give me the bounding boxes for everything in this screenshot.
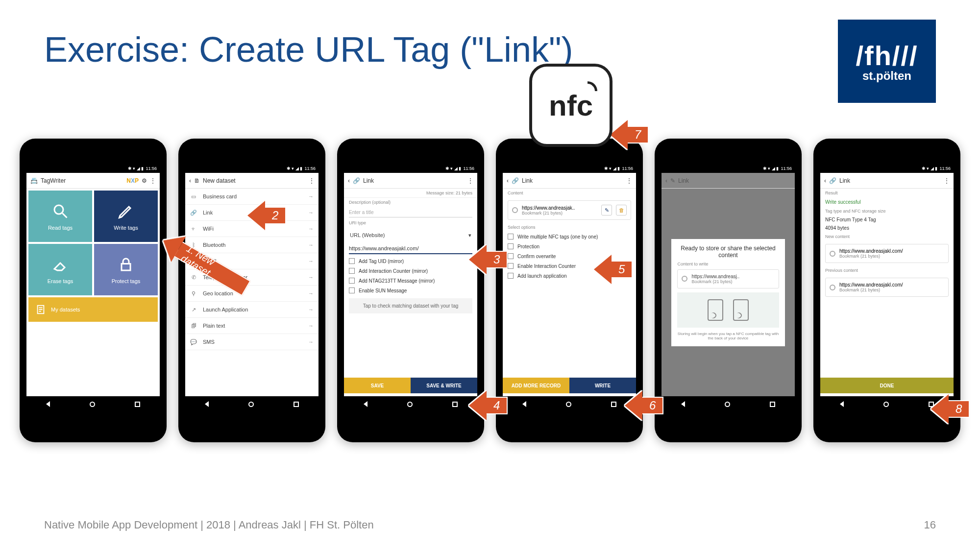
screen-title: Link xyxy=(522,177,533,184)
recents-icon[interactable] xyxy=(611,402,616,407)
modal-scrim[interactable]: Ready to store or share the selected con… xyxy=(662,189,795,396)
overflow-icon[interactable]: ⋮ xyxy=(150,177,156,184)
home-icon[interactable] xyxy=(248,402,254,407)
home-icon[interactable] xyxy=(725,402,730,407)
tile-protect-tags[interactable]: Protect tags xyxy=(94,244,158,295)
new-content-card: https://www.andreasjakl.com/Bookmark (21… xyxy=(825,244,949,263)
home-icon[interactable] xyxy=(407,402,413,407)
row-launch-app[interactable]: ↗Launch Application→ xyxy=(185,302,318,318)
back-chevron-icon: ‹ xyxy=(665,177,667,184)
dropdown-value: URL (Website) xyxy=(350,232,385,239)
link-icon: 🔗 xyxy=(829,177,836,184)
recents-icon[interactable] xyxy=(135,402,140,407)
desc-label: Description (optional) xyxy=(344,198,477,207)
home-icon[interactable] xyxy=(90,402,95,407)
chevron-right-icon: → xyxy=(308,339,314,345)
tile-read-tags[interactable]: Read tags xyxy=(28,191,92,242)
overflow-icon[interactable]: ⋮ xyxy=(944,177,950,184)
back-icon[interactable] xyxy=(681,401,685,407)
back-chevron-icon[interactable]: ‹ xyxy=(348,177,350,184)
back-icon[interactable] xyxy=(205,401,209,407)
pencil-icon xyxy=(117,202,135,220)
url-input[interactable]: https://www.andreasjakl.com/ xyxy=(349,243,472,254)
overflow-icon[interactable]: ⋮ xyxy=(309,177,315,184)
dialog-title: Ready to store or share the selected con… xyxy=(677,245,779,259)
hint-box[interactable]: Tap to check matching dataset with your … xyxy=(349,298,472,313)
checkbox-label: Add Tag UID (mirror) xyxy=(359,259,404,264)
chevron-right-icon: → xyxy=(308,210,314,216)
overflow-icon[interactable]: ⋮ xyxy=(626,177,632,184)
bookmark-card[interactable]: https://www.andreasjak.. Bookmark (21 by… xyxy=(508,200,631,220)
screen-title: New dataset xyxy=(203,177,236,184)
chevron-right-icon: → xyxy=(308,290,314,296)
nxp-logo: NXP xyxy=(126,177,139,184)
opt-write-multiple[interactable]: Write multiple NFC tags (one by one) xyxy=(503,232,636,241)
slide-footer: Native Mobile App Development | 2018 | A… xyxy=(44,519,374,531)
back-icon[interactable] xyxy=(364,401,368,407)
save-write-button[interactable]: SAVE & WRITE xyxy=(411,378,477,393)
home-icon[interactable] xyxy=(883,402,889,407)
tile-my-datasets[interactable]: My datasets xyxy=(28,297,158,322)
device-illustration xyxy=(677,292,779,328)
phone-back-icon xyxy=(733,299,749,321)
callout-label: 6 xyxy=(649,399,656,412)
fh-logo-sub: st.pölten xyxy=(862,69,911,83)
save-button[interactable]: SAVE xyxy=(344,378,411,393)
back-chevron-icon[interactable]: ‹ xyxy=(189,177,191,184)
app-bar: 📇 TagWriter NXP ⚙ ⋮ xyxy=(26,173,160,189)
phone-3: ✱ ▾ ◢ ▮ 11:56 ‹ 🔗 Link ⋮ Message size: 2… xyxy=(337,139,484,442)
back-icon[interactable] xyxy=(46,401,50,407)
text-icon: 🗐 xyxy=(190,323,197,329)
back-chevron-icon[interactable]: ‹ xyxy=(824,177,826,184)
recents-icon[interactable] xyxy=(452,402,458,407)
check-sun-message[interactable]: Enable SUN Message xyxy=(344,286,477,295)
checkbox-icon xyxy=(508,234,514,240)
row-plain-text[interactable]: 🗐Plain text→ xyxy=(185,318,318,334)
status-bar: ✱ ▾ ◢ ▮ 11:56 xyxy=(26,164,160,173)
row-geo[interactable]: ⚲Geo location→ xyxy=(185,286,318,302)
svg-point-0 xyxy=(54,205,63,214)
opt-protection[interactable]: Protection xyxy=(503,241,636,251)
tile-label: Read tags xyxy=(48,225,73,231)
back-icon[interactable] xyxy=(840,401,844,407)
back-chevron-icon[interactable]: ‹ xyxy=(507,177,509,184)
chevron-right-icon: → xyxy=(308,242,314,248)
check-add-uid[interactable]: Add Tag UID (mirror) xyxy=(344,256,477,266)
delete-icon[interactable]: 🗑 xyxy=(616,205,627,216)
nfc-label: nfc xyxy=(549,89,593,122)
uri-type-dropdown[interactable]: URL (Website)▾ xyxy=(349,229,472,241)
bookmark-sub: Bookmark (21 bytes) xyxy=(522,211,597,216)
recents-icon[interactable] xyxy=(294,402,299,407)
edit-icon[interactable]: ✎ xyxy=(601,205,612,216)
checkbox-label: Write multiple NFC tags (one by one) xyxy=(517,234,598,240)
radio-icon xyxy=(512,207,518,213)
tile-erase-tags[interactable]: Erase tags xyxy=(28,244,92,295)
recents-icon[interactable] xyxy=(770,402,775,407)
app-title: TagWriter xyxy=(41,177,66,184)
sms-icon: 💬 xyxy=(190,339,197,345)
link-icon: 🔗 xyxy=(353,177,360,184)
check-interaction-counter[interactable]: Add Interaction Counter (mirror) xyxy=(344,266,477,276)
chevron-down-icon: ▾ xyxy=(468,232,471,239)
gear-icon[interactable]: ⚙ xyxy=(142,177,147,184)
fh-logo-main: /fh/// xyxy=(856,40,918,72)
message-size: Message size: 21 bytes xyxy=(344,189,477,198)
tile-write-tags[interactable]: Write tags xyxy=(94,191,158,242)
phone-4: ✱ ▾ ◢ ▮ 11:56 ‹ 🔗 Link ⋮ Content https:/… xyxy=(496,139,643,442)
radio-icon xyxy=(830,251,835,257)
add-more-record-button[interactable]: ADD MORE RECORD xyxy=(503,378,569,393)
checkbox-label: Confirm overwrite xyxy=(517,254,556,259)
document-icon xyxy=(35,304,46,315)
home-icon[interactable] xyxy=(566,402,571,407)
title-input[interactable]: Enter a title xyxy=(349,208,472,217)
checkbox-label: Protection xyxy=(517,244,539,249)
checkbox-icon xyxy=(349,268,355,274)
checkbox-label: Add launch application xyxy=(517,273,567,279)
overflow-icon[interactable]: ⋮ xyxy=(467,177,473,184)
done-button[interactable]: DONE xyxy=(820,378,954,393)
back-icon[interactable] xyxy=(522,401,526,407)
check-ntag-message[interactable]: Add NTAG213TT Message (mirror) xyxy=(344,276,477,286)
android-nav xyxy=(344,396,477,412)
svg-rect-2 xyxy=(122,264,130,270)
row-sms[interactable]: 💬SMS→ xyxy=(185,334,318,350)
